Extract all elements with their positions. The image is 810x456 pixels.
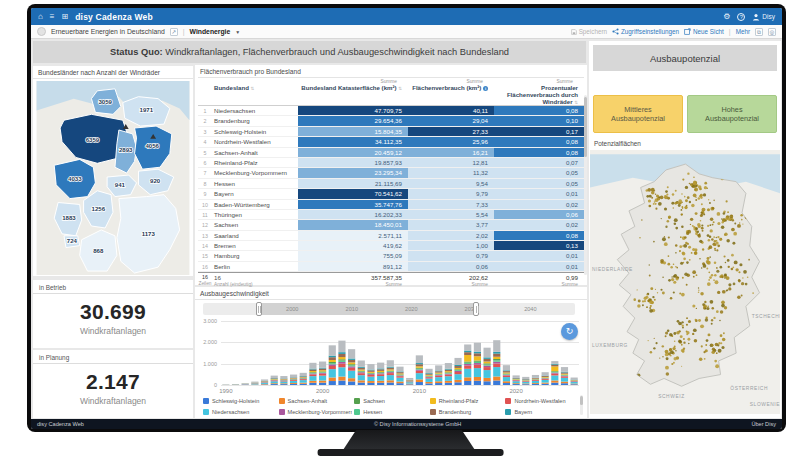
open-external-icon[interactable]: ↗ (170, 28, 178, 36)
bar-2014[interactable] (454, 358, 461, 385)
bar-2019[interactable] (503, 365, 510, 385)
bar-2003[interactable] (348, 349, 355, 385)
bar-1996[interactable] (280, 376, 287, 385)
bar-1991[interactable] (232, 384, 239, 385)
cell-flaechenverbrauch: 25,96 (408, 137, 494, 146)
bar-2025[interactable] (561, 367, 568, 385)
cell-prozent: 0,08 (494, 106, 584, 115)
legend-item[interactable]: Sachsen-Anhalt (279, 395, 353, 406)
bar-1990[interactable] (222, 384, 229, 385)
legend-swatch (430, 398, 436, 404)
mittleres-ausbaupotenzial-button[interactable]: Mittleres Ausbaupotenzial (593, 95, 683, 133)
legend-item[interactable]: Nordrhein-Westfalen (505, 395, 579, 406)
slider-handle-right[interactable] (473, 302, 479, 316)
bar-2007[interactable] (387, 360, 394, 385)
bar-1993[interactable] (251, 382, 258, 385)
more-button[interactable]: Mehr (736, 28, 750, 35)
access-settings-button[interactable]: Zugriffseinstellungen (612, 28, 679, 35)
bar-2000[interactable] (319, 362, 326, 385)
bar-2023[interactable] (542, 372, 549, 385)
legend-item[interactable]: Bayern (505, 406, 579, 417)
bar-2002[interactable] (338, 341, 345, 385)
time-range-slider[interactable]: 20002010202020302040 (203, 303, 575, 315)
table-row[interactable]: 10Baden-Württemberg35.747,767,330,02 (198, 200, 584, 210)
potenzial-map[interactable]: NIEDERLANDELUXEMBURGSCHWEIZÖSTERREICHTSC… (590, 150, 780, 414)
table-row[interactable]: 13Saarland2.571,112,020,08 (198, 231, 584, 241)
table-row[interactable]: 5Sachsen-Anhalt20.459,1216,210,08 (198, 148, 584, 158)
workbook-status-icon[interactable] (37, 27, 46, 36)
info-icon[interactable]: i (483, 86, 488, 91)
table-row[interactable]: 11Thüringen16.202,335,540,06 (198, 210, 584, 220)
home-icon[interactable]: ⌂ (38, 8, 43, 25)
table-row[interactable]: 3Schleswig-Holstein15.804,3527,330,17 (198, 127, 584, 137)
cell-bundesland: Saarland (212, 231, 298, 240)
legend-item[interactable]: Niedersachsen (203, 406, 277, 417)
bar-2017[interactable] (484, 348, 491, 385)
table-row[interactable]: 4Nordrhein-Westfalen34.112,3525,960,08 (198, 137, 584, 147)
legend-item[interactable]: Rheinland-Pfalz (430, 395, 504, 406)
bar-2016[interactable] (474, 343, 481, 385)
table-row[interactable]: 16Berlin891,120,060,01 (198, 262, 584, 272)
table-row[interactable]: 14Bremen419,621,000,13 (198, 241, 584, 251)
chevron-down-icon[interactable]: ▼ (235, 29, 240, 35)
breadcrumb[interactable]: Erneuerbare Energien in Deutschland (51, 28, 165, 35)
options-icon[interactable]: ◎ (768, 28, 776, 36)
bar-2009[interactable] (406, 378, 413, 385)
workbook-grid-icon[interactable]: ⊞ (62, 8, 69, 25)
sort-icon[interactable]: ⇅ (398, 86, 402, 91)
save-button[interactable]: Speichern (571, 28, 607, 35)
legend-item[interactable]: Brandenburg (430, 406, 504, 417)
bar-2026[interactable] (571, 378, 578, 385)
cell-katasterflaeche: 47.709,75 (298, 106, 408, 115)
table-row[interactable]: 2Brandenburg29.654,3629,040,10 (198, 116, 584, 126)
legend-scrollbar[interactable] (580, 395, 583, 415)
bar-1992[interactable] (242, 383, 249, 385)
bar-2008[interactable] (396, 367, 403, 385)
bar-2006[interactable] (377, 363, 384, 385)
slider-handle-left[interactable] (256, 302, 262, 316)
table-row[interactable]: 8Hessen21.115,699,540,05 (198, 179, 584, 189)
bar-2012[interactable] (435, 365, 442, 385)
bar-2013[interactable] (445, 363, 452, 385)
bar-1997[interactable] (290, 375, 297, 385)
legend-item[interactable]: Schleswig-Holstein (203, 395, 277, 406)
help-icon[interactable]: ? (737, 13, 745, 21)
bar-2001[interactable] (329, 345, 336, 385)
germany-choropleth-map[interactable]: 3059197163592893405640331256941920188372… (36, 81, 190, 275)
table-row[interactable]: 7Mecklenburg-Vorpommern23.295,3411,320,0… (198, 168, 584, 178)
bar-1999[interactable] (309, 363, 316, 385)
sort-icon[interactable]: ⇅ (251, 86, 255, 91)
menu-icon[interactable]: ≡ (50, 8, 55, 25)
footer-about-link[interactable]: Über Disy (751, 421, 776, 427)
gear-icon[interactable]: ⚙ (723, 8, 730, 25)
bar-2020[interactable] (513, 375, 520, 385)
bar-2004[interactable] (358, 360, 365, 385)
bar-2010[interactable] (416, 355, 423, 385)
bar-2024[interactable] (551, 361, 558, 385)
bar-2011[interactable] (425, 369, 432, 385)
hohes-ausbaupotenzial-button[interactable]: Hohes Ausbaupotenzial (687, 95, 777, 133)
sort-icon[interactable]: ⇅ (574, 100, 578, 105)
bar-1998[interactable] (300, 373, 307, 385)
new-view-button[interactable]: Neue Sicht (684, 28, 724, 35)
legend-item[interactable]: Sachsen (354, 395, 428, 406)
bar-2021[interactable] (522, 377, 529, 385)
table-row[interactable]: 15Hamburg755,090,790,01 (198, 251, 584, 261)
user-menu[interactable]: Disy (752, 13, 775, 21)
view-selector[interactable]: Windenergie (190, 28, 231, 35)
y-axis-tick: 1.000 (195, 361, 217, 367)
duplicate-window-icon[interactable]: ⧉ (755, 28, 763, 36)
table-row[interactable]: 6Rheinland-Pfalz19.857,9312,810,07 (198, 158, 584, 168)
bar-1994[interactable] (261, 379, 268, 385)
bar-2018[interactable] (493, 340, 500, 385)
bar-2005[interactable] (367, 364, 374, 385)
legend-item[interactable]: Mecklenburg-Vorpommern (279, 406, 353, 417)
bar-2022[interactable] (532, 375, 539, 385)
table-row[interactable]: 1Niedersachsen47.709,7540,110,08 (198, 106, 584, 116)
bar-1995[interactable] (271, 376, 278, 385)
legend-item[interactable]: Hessen (354, 406, 428, 417)
bar-2015[interactable] (464, 344, 471, 385)
table-row[interactable]: 9Bayern70.541,629,790,01 (198, 189, 584, 199)
table-row[interactable]: 12Sachsen18.450,013,770,02 (198, 220, 584, 230)
table-scrollbar[interactable] (584, 95, 587, 275)
